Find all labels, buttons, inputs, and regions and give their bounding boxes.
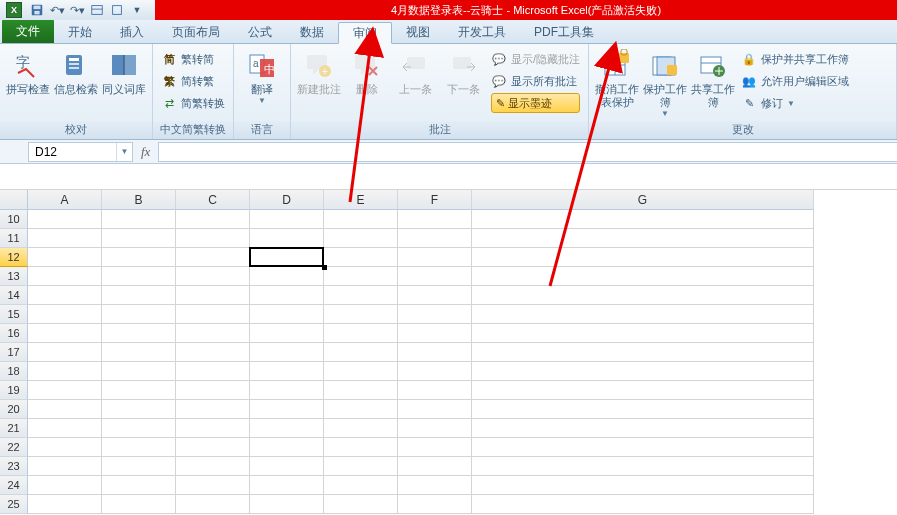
selection-fill-handle[interactable] <box>322 265 327 270</box>
cell-C15[interactable] <box>176 305 250 324</box>
cell-E15[interactable] <box>324 305 398 324</box>
cell-C14[interactable] <box>176 286 250 305</box>
qat-customize[interactable]: ▼ <box>128 1 146 19</box>
column-header-E[interactable]: E <box>324 190 398 210</box>
cell-D24[interactable] <box>250 476 324 495</box>
cell-A15[interactable] <box>28 305 102 324</box>
research-button[interactable]: 信息检索 <box>52 47 100 96</box>
cell-D10[interactable] <box>250 210 324 229</box>
cell-D14[interactable] <box>250 286 324 305</box>
cell-E25[interactable] <box>324 495 398 514</box>
cell-B10[interactable] <box>102 210 176 229</box>
cell-D12[interactable] <box>250 248 324 267</box>
column-header-B[interactable]: B <box>102 190 176 210</box>
trad-to-simp-button[interactable]: 简 繁转简 <box>161 49 225 69</box>
cell-C18[interactable] <box>176 362 250 381</box>
cell-G11[interactable] <box>472 229 814 248</box>
column-header-A[interactable]: A <box>28 190 102 210</box>
cell-B14[interactable] <box>102 286 176 305</box>
show-hide-comment-button[interactable]: 💬 显示/隐藏批注 <box>491 49 580 69</box>
cell-F22[interactable] <box>398 438 472 457</box>
protect-share-button[interactable]: 🔒 保护并共享工作簿 <box>741 49 849 69</box>
cell-B25[interactable] <box>102 495 176 514</box>
cell-B15[interactable] <box>102 305 176 324</box>
cell-E16[interactable] <box>324 324 398 343</box>
track-changes-button[interactable]: ✎ 修订 ▼ <box>741 93 849 113</box>
cell-G20[interactable] <box>472 400 814 419</box>
cell-E19[interactable] <box>324 381 398 400</box>
cell-G10[interactable] <box>472 210 814 229</box>
cell-E24[interactable] <box>324 476 398 495</box>
new-comment-button[interactable]: + 新建批注 <box>295 47 343 96</box>
allow-edit-ranges-button[interactable]: 👥 允许用户编辑区域 <box>741 71 849 91</box>
cell-E18[interactable] <box>324 362 398 381</box>
name-box[interactable]: D12 ▼ <box>28 142 133 162</box>
fx-icon[interactable]: fx <box>141 144 150 160</box>
redo-button[interactable]: ↷▾ <box>68 1 86 19</box>
cell-F21[interactable] <box>398 419 472 438</box>
cell-D20[interactable] <box>250 400 324 419</box>
cell-E20[interactable] <box>324 400 398 419</box>
qat-extra-2[interactable] <box>108 1 126 19</box>
cell-A21[interactable] <box>28 419 102 438</box>
cell-F14[interactable] <box>398 286 472 305</box>
tab-insert[interactable]: 插入 <box>106 21 158 43</box>
cell-E17[interactable] <box>324 343 398 362</box>
cell-D25[interactable] <box>250 495 324 514</box>
cell-G16[interactable] <box>472 324 814 343</box>
cell-B12[interactable] <box>102 248 176 267</box>
share-workbook-button[interactable]: 共享工作簿 <box>689 47 737 109</box>
cell-F15[interactable] <box>398 305 472 324</box>
row-header-16[interactable]: 16 <box>0 324 28 343</box>
cell-G23[interactable] <box>472 457 814 476</box>
cell-D13[interactable] <box>250 267 324 286</box>
row-header-23[interactable]: 23 <box>0 457 28 476</box>
cell-B23[interactable] <box>102 457 176 476</box>
cell-A23[interactable] <box>28 457 102 476</box>
cell-C12[interactable] <box>176 248 250 267</box>
cell-C22[interactable] <box>176 438 250 457</box>
row-header-20[interactable]: 20 <box>0 400 28 419</box>
cell-B24[interactable] <box>102 476 176 495</box>
cell-E14[interactable] <box>324 286 398 305</box>
tab-developer[interactable]: 开发工具 <box>444 21 520 43</box>
cell-G22[interactable] <box>472 438 814 457</box>
cell-G13[interactable] <box>472 267 814 286</box>
next-comment-button[interactable]: 下一条 <box>439 47 487 96</box>
cell-D22[interactable] <box>250 438 324 457</box>
cell-C17[interactable] <box>176 343 250 362</box>
protect-workbook-button[interactable]: 保护工作簿 ▼ <box>641 47 689 118</box>
cell-A17[interactable] <box>28 343 102 362</box>
cell-F16[interactable] <box>398 324 472 343</box>
cell-C19[interactable] <box>176 381 250 400</box>
cell-G12[interactable] <box>472 248 814 267</box>
spelling-button[interactable]: 字 拼写检查 <box>4 47 52 96</box>
cell-G24[interactable] <box>472 476 814 495</box>
tab-file[interactable]: 文件 <box>2 19 54 43</box>
row-header-14[interactable]: 14 <box>0 286 28 305</box>
cell-C10[interactable] <box>176 210 250 229</box>
cell-B11[interactable] <box>102 229 176 248</box>
cell-F20[interactable] <box>398 400 472 419</box>
simp-to-trad-button[interactable]: 繁 简转繁 <box>161 71 225 91</box>
thesaurus-button[interactable]: 同义词库 <box>100 47 148 96</box>
cell-A10[interactable] <box>28 210 102 229</box>
tab-view[interactable]: 视图 <box>392 21 444 43</box>
cell-D19[interactable] <box>250 381 324 400</box>
cell-G14[interactable] <box>472 286 814 305</box>
delete-comment-button[interactable]: 删除 <box>343 47 391 96</box>
tab-home[interactable]: 开始 <box>54 21 106 43</box>
cell-F10[interactable] <box>398 210 472 229</box>
row-header-12[interactable]: 12 <box>0 248 28 267</box>
cell-C23[interactable] <box>176 457 250 476</box>
cell-D23[interactable] <box>250 457 324 476</box>
cell-B20[interactable] <box>102 400 176 419</box>
cell-A25[interactable] <box>28 495 102 514</box>
cell-B17[interactable] <box>102 343 176 362</box>
convert-button[interactable]: ⇄ 简繁转换 <box>161 93 225 113</box>
show-all-comments-button[interactable]: 💬 显示所有批注 <box>491 71 580 91</box>
cell-E23[interactable] <box>324 457 398 476</box>
cell-F11[interactable] <box>398 229 472 248</box>
cell-A22[interactable] <box>28 438 102 457</box>
cell-F23[interactable] <box>398 457 472 476</box>
